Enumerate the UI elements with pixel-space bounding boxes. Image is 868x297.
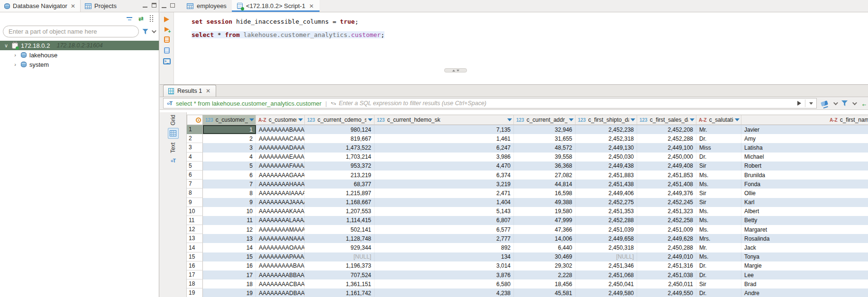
- table-row[interactable]: 22AAAAAAAACAAAAAAA819,6671,46131,6552,45…: [187, 134, 868, 143]
- table-cell[interactable]: Betty: [741, 216, 868, 225]
- table-cell[interactable]: 2,228: [514, 270, 576, 279]
- table-cell[interactable]: Lee: [741, 270, 868, 279]
- table-cell[interactable]: 2,452,288: [637, 134, 696, 143]
- table-cell[interactable]: 980,124: [305, 125, 375, 134]
- table-cell[interactable]: Jack: [741, 243, 868, 252]
- table-cell[interactable]: 2,451,068: [576, 270, 637, 279]
- table-cell[interactable]: Dr.: [696, 270, 741, 279]
- table-cell[interactable]: Michael: [741, 153, 868, 162]
- chevron-down-icon[interactable]: [852, 100, 857, 105]
- table-cell[interactable]: Robert: [741, 162, 868, 171]
- table-row[interactable]: 1414AAAAAAAAOAAAAAAA929,3448926,4402,450…: [187, 243, 868, 252]
- table-cell[interactable]: Ms.: [696, 207, 741, 216]
- table-cell[interactable]: 14,006: [514, 234, 576, 243]
- table-cell[interactable]: AAAAAAAADAAAAAAA: [256, 143, 305, 152]
- table-cell[interactable]: Albert: [741, 207, 868, 216]
- table-cell[interactable]: 1,703,214: [305, 153, 375, 162]
- row-number-cell[interactable]: 17: [187, 270, 203, 279]
- open-console-icon[interactable]: [163, 58, 171, 64]
- collapse-all-icon[interactable]: [127, 16, 132, 21]
- close-icon[interactable]: ✕: [309, 3, 314, 9]
- table-cell[interactable]: 2,451,438: [576, 180, 637, 189]
- table-cell[interactable]: 7: [203, 180, 256, 189]
- table-cell[interactable]: 2,449,438: [576, 162, 637, 171]
- table-cell[interactable]: Ollie: [741, 189, 868, 198]
- sort-filter-arrow-icon[interactable]: [368, 118, 373, 121]
- table-cell[interactable]: Sir: [696, 198, 741, 207]
- execute-statement-icon[interactable]: [164, 17, 169, 22]
- table-cell[interactable]: 2,449,406: [576, 189, 637, 198]
- row-number-cell[interactable]: 9: [187, 198, 203, 207]
- table-cell[interactable]: 2,449,100: [637, 143, 696, 152]
- sql-line[interactable]: set session hide_inaccessible_columns = …: [192, 15, 868, 28]
- table-cell[interactable]: 1,114,415: [305, 216, 375, 225]
- back-arrow-icon[interactable]: ←: [860, 99, 866, 108]
- table-cell[interactable]: Sir: [696, 162, 741, 171]
- table-cell[interactable]: 2,451,316: [637, 261, 696, 270]
- table-cell[interactable]: 6,374: [375, 171, 514, 180]
- row-number-cell[interactable]: 2: [187, 134, 203, 143]
- table-cell[interactable]: Mr.: [696, 243, 741, 252]
- presentation-tab-grid[interactable]: Grid: [168, 115, 179, 139]
- table-cell[interactable]: Dr.: [696, 288, 741, 297]
- chevron-collapsed-icon[interactable]: ›: [12, 62, 18, 67]
- table-cell[interactable]: 44,814: [514, 180, 576, 189]
- table-cell[interactable]: AAAAAAAACAAAAAAA: [256, 134, 305, 143]
- table-row[interactable]: 1919AAAAAAAADBAAAAAA1,161,7424,23845,581…: [187, 288, 868, 297]
- table-cell[interactable]: Dr.: [696, 261, 741, 270]
- table-cell[interactable]: 2,450,318: [576, 243, 637, 252]
- table-cell[interactable]: 2,451,346: [576, 261, 637, 270]
- table-row[interactable]: 44AAAAAAAAEAAAAAAA1,703,2143,98639,5582,…: [187, 153, 868, 162]
- table-cell[interactable]: 2,452,245: [637, 198, 696, 207]
- table-cell[interactable]: 929,344: [305, 243, 375, 252]
- table-cell[interactable]: 48,572: [514, 143, 576, 152]
- table-cell[interactable]: 3,219: [375, 180, 514, 189]
- table-cell[interactable]: 12: [203, 225, 256, 234]
- table-row[interactable]: 1818AAAAAAAACBAAAAAA1,361,1516,58018,456…: [187, 279, 868, 288]
- table-cell[interactable]: 31,655: [514, 134, 576, 143]
- chevron-collapsed-icon[interactable]: ›: [12, 52, 18, 58]
- column-header-c_current_hdemo_sk[interactable]: 123c_current_hdemo_sk: [375, 115, 514, 125]
- table-cell[interactable]: Ms.: [696, 216, 741, 225]
- row-number-cell[interactable]: 16: [187, 261, 203, 270]
- table-cell[interactable]: 1,404: [375, 198, 514, 207]
- table-cell[interactable]: Rosalinda: [741, 234, 868, 243]
- table-cell[interactable]: 6,577: [375, 225, 514, 234]
- table-cell[interactable]: 13: [203, 234, 256, 243]
- table-cell[interactable]: AAAAAAAAEAAAAAAA: [256, 153, 305, 162]
- table-cell[interactable]: 2,451,323: [637, 207, 696, 216]
- table-cell[interactable]: 2,449,580: [576, 288, 637, 297]
- row-number-cell[interactable]: 8: [187, 189, 203, 198]
- table-cell[interactable]: 2,452,318: [576, 134, 637, 143]
- table-cell[interactable]: 39,558: [514, 153, 576, 162]
- sql-line[interactable]: select * from lakehouse.customer_analyti…: [192, 28, 868, 42]
- table-cell[interactable]: 2,449,010: [637, 252, 696, 261]
- table-cell[interactable]: 5: [203, 162, 256, 171]
- column-header-c_customer_sk[interactable]: 123c_customer_sk: [203, 115, 256, 125]
- table-cell[interactable]: 2,777: [375, 234, 514, 243]
- table-cell[interactable]: 1,207,553: [305, 207, 375, 216]
- column-header-c_current_cdemo_sk[interactable]: 123c_current_cdemo_sk: [305, 115, 375, 125]
- table-cell[interactable]: 6: [203, 171, 256, 180]
- table-cell[interactable]: 16: [203, 261, 256, 270]
- table-row[interactable]: 77AAAAAAAAHAAAAAAA68,3773,21944,8142,451…: [187, 180, 868, 189]
- table-row[interactable]: 33AAAAAAAADAAAAAAA1,473,5226,24748,5722,…: [187, 143, 868, 152]
- table-cell[interactable]: 2,452,288: [576, 216, 637, 225]
- table-cell[interactable]: 36,368: [514, 162, 576, 171]
- minimize-icon[interactable]: [162, 7, 166, 8]
- tab-results-1[interactable]: Results 1 ✕: [163, 85, 216, 97]
- table-cell[interactable]: 6,440: [514, 243, 576, 252]
- tree-item-connection[interactable]: ∨ 172.18.0.2 172.18.0.2:31604: [0, 41, 159, 50]
- table-cell[interactable]: 2,452,258: [637, 216, 696, 225]
- table-cell[interactable]: AAAAAAAAOAAAAAAA: [256, 243, 305, 252]
- sort-filter-arrow-icon[interactable]: [690, 118, 694, 121]
- table-row[interactable]: 55AAAAAAAAFAAAAAAA953,3724,47036,3682,44…: [187, 162, 868, 171]
- table-cell[interactable]: 1: [203, 125, 256, 134]
- table-cell[interactable]: 30,469: [514, 252, 576, 261]
- table-cell[interactable]: 10: [203, 207, 256, 216]
- table-cell[interactable]: 4,238: [375, 288, 514, 297]
- table-cell[interactable]: 1,128,748: [305, 234, 375, 243]
- table-cell[interactable]: AAAAAAAAHAAAAAAA: [256, 180, 305, 189]
- row-number-cell[interactable]: 4: [187, 153, 203, 162]
- expand-filter-icon[interactable]: ↖↘: [331, 101, 335, 106]
